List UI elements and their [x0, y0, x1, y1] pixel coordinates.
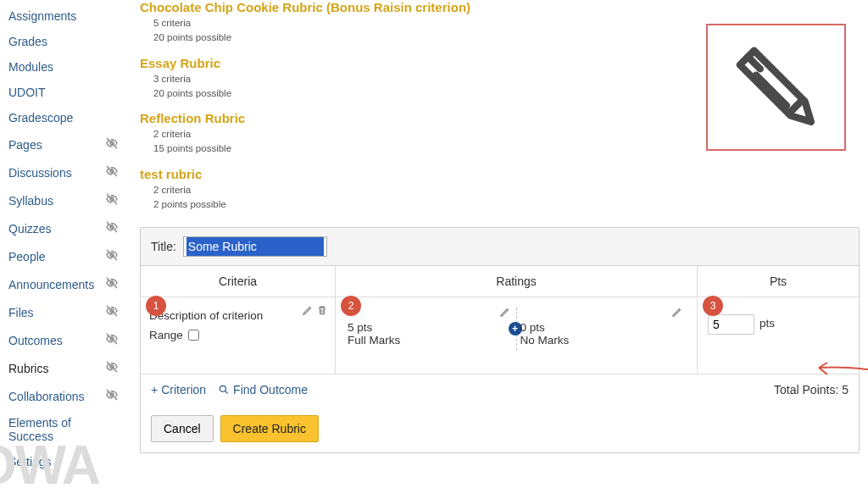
nav-item-label: Syllabus: [8, 194, 53, 208]
hidden-icon: [105, 388, 119, 404]
ratings-cell: 2 5 pts Full Marks +: [336, 297, 697, 374]
rubric-title-input[interactable]: [183, 236, 327, 257]
plus-icon: +: [151, 383, 158, 396]
edit-annotation-box: [706, 24, 846, 151]
nav-item-collaborations[interactable]: Collaborations: [5, 382, 122, 410]
button-row: Cancel Create Rubric: [141, 405, 859, 452]
annotation-badge: 2: [341, 296, 361, 316]
rubric-link[interactable]: Chocolate Chip Cookie Rubric (Bonus Rais…: [140, 0, 860, 14]
rating-points: 5 pts: [348, 321, 513, 334]
create-rubric-button[interactable]: Create Rubric: [220, 415, 319, 442]
rubric-editor: Title: Criteria 1 Description of criteri…: [140, 227, 860, 453]
nav-item-people[interactable]: People: [5, 242, 122, 270]
range-label: Range: [149, 329, 183, 341]
nav-item-grades[interactable]: Grades: [5, 29, 122, 54]
nav-item-discussions[interactable]: Discussions: [5, 158, 122, 186]
pencil-icon[interactable]: [499, 306, 511, 320]
search-icon: [218, 384, 230, 396]
nav-item-quizzes[interactable]: Quizzes: [5, 214, 122, 242]
criterion-tools: [302, 304, 328, 316]
svg-point-10: [220, 385, 225, 391]
nav-item-label: UDOIT: [8, 86, 46, 99]
rubric-item: test rubric2 criteria2 points possible: [140, 167, 860, 213]
rating-points: 0 pts: [520, 321, 686, 334]
editor-footer: + Criterion Find Outcome Total Points: 5: [141, 374, 859, 405]
criteria-table: Criteria 1 Description of criterion Rang…: [141, 266, 859, 374]
nav-item-files[interactable]: Files: [5, 298, 122, 326]
hidden-icon: [105, 192, 119, 208]
nav-item-announcements[interactable]: Announcements: [5, 270, 122, 298]
nav-item-label: Modules: [8, 60, 53, 74]
rating-label: No Marks: [520, 334, 686, 347]
nav-item-label: Files: [8, 306, 34, 319]
nav-item-label: Quizzes: [8, 222, 52, 236]
nav-item-gradescope[interactable]: Gradescope: [5, 105, 122, 130]
nav-item-assignments[interactable]: Assignments: [5, 3, 122, 29]
annotation-badge: 3: [703, 296, 723, 316]
hidden-icon: [105, 304, 119, 320]
pts-cell: 3 pts: [698, 297, 859, 355]
nav-item-rubrics[interactable]: Rubrics: [5, 354, 122, 382]
nav-item-pages[interactable]: Pages: [5, 130, 122, 158]
add-criterion-button[interactable]: + Criterion: [151, 383, 206, 396]
rubric-link[interactable]: test rubric: [140, 167, 860, 181]
nav-item-label: Discussions: [8, 166, 72, 180]
nav-item-label: Collaborations: [8, 390, 85, 403]
col-header-pts: Pts: [698, 266, 859, 297]
range-checkbox[interactable]: [188, 330, 199, 341]
hidden-icon: [105, 136, 119, 152]
nav-item-label: Rubrics: [8, 362, 48, 375]
trash-icon[interactable]: [316, 304, 328, 316]
hidden-icon: [105, 332, 119, 348]
hidden-icon: [105, 360, 119, 376]
cancel-button[interactable]: Cancel: [151, 415, 214, 442]
points-suffix: pts: [760, 314, 775, 330]
col-header-criteria: Criteria: [141, 266, 335, 297]
pencil-icon[interactable]: [671, 306, 683, 320]
rubric-editor-header: Title:: [141, 228, 859, 266]
hidden-icon: [105, 276, 119, 292]
annotation-badge: 1: [146, 296, 166, 316]
hidden-icon: [105, 220, 119, 236]
criterion-description[interactable]: Description of criterion: [149, 309, 326, 322]
nav-item-label: Assignments: [8, 9, 76, 23]
nav-item-syllabus[interactable]: Syllabus: [5, 186, 122, 214]
main-content: Chocolate Chip Cookie Rubric (Bonus Rais…: [127, 0, 868, 488]
nav-item-udoit[interactable]: UDOIT: [5, 80, 122, 105]
hidden-icon: [105, 164, 119, 180]
nav-item-label: People: [8, 250, 46, 263]
col-header-ratings: Ratings: [336, 266, 697, 297]
nav-item-label: Outcomes: [8, 334, 63, 347]
total-points-display: Total Points: 5: [774, 383, 849, 396]
rating-cell: 5 pts Full Marks: [344, 304, 516, 353]
annotation-arrow: [814, 358, 868, 383]
title-label: Title:: [151, 240, 176, 253]
find-outcome-button[interactable]: Find Outcome: [218, 383, 308, 396]
pencil-icon: [726, 36, 827, 138]
course-nav-sidebar: AssignmentsGradesModulesUDOITGradescopeP…: [0, 0, 127, 488]
rating-label: Full Marks: [348, 334, 513, 347]
nav-item-outcomes[interactable]: Outcomes: [5, 326, 122, 354]
rating-cell: 0 pts No Marks: [517, 304, 689, 353]
nav-item-label: Announcements: [8, 278, 94, 291]
nav-item-label: Pages: [8, 138, 42, 152]
nav-item-modules[interactable]: Modules: [5, 54, 122, 80]
nav-item-label: Grades: [8, 35, 47, 48]
hidden-icon: [105, 248, 119, 264]
points-input[interactable]: [708, 314, 754, 335]
criterion-cell: 1 Description of criterion Range: [141, 297, 335, 374]
pencil-icon[interactable]: [302, 304, 314, 316]
iowa-watermark: OWA: [0, 434, 99, 488]
nav-item-label: Gradescope: [8, 111, 73, 125]
rubric-meta: 2 criteria2 points possible: [153, 183, 860, 213]
